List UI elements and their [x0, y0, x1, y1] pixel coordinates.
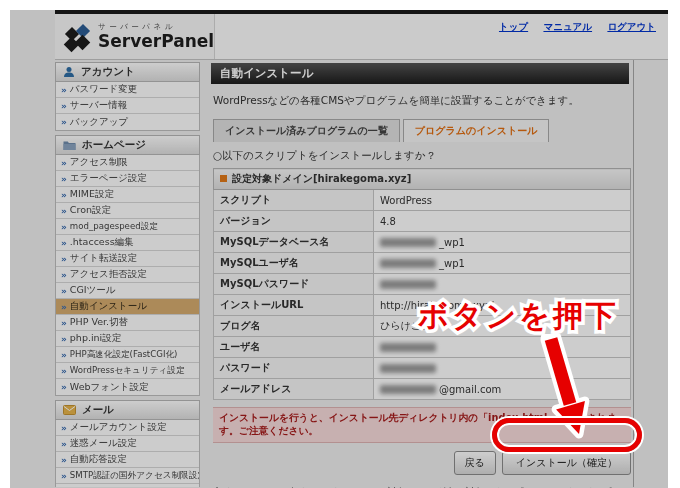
arrow-icon	[61, 270, 67, 280]
sidebar-item[interactable]: Webフォント設定	[56, 379, 199, 395]
sidebar-item[interactable]: パスワード変更	[56, 82, 199, 98]
sidebar-item[interactable]: PHP高速化設定(FastCGI化)	[56, 347, 199, 363]
sidebar-item[interactable]: WordPressセキュリティ設定	[56, 363, 199, 379]
row-label: MySQLユーザ名	[214, 253, 374, 274]
sidebar-item-label: メールの振り分け	[70, 486, 147, 488]
arrow-icon	[61, 334, 67, 344]
panel-body: アカウント パスワード変更サーバー情報バックアップ ホームページ アクセス制限エ…	[55, 60, 668, 487]
sidebar-section-account: アカウント	[55, 62, 200, 82]
user-icon	[63, 66, 75, 78]
row-value	[374, 358, 631, 379]
sidebar-item-label: バックアップ	[70, 116, 128, 129]
orange-square-icon	[220, 175, 227, 182]
warning-message: インストールを行うと、インストール先ディレクトリ内の「index.html」が削…	[213, 407, 631, 443]
arrow-icon	[61, 318, 67, 328]
sidebar-item[interactable]: アクセス制限	[56, 155, 199, 171]
arrow-icon	[61, 158, 67, 168]
table-row: ユーザ名	[214, 337, 631, 358]
arrow-icon	[61, 85, 67, 95]
sidebar-item[interactable]: Cron設定	[56, 203, 199, 219]
sidebar-item-label: PHP高速化設定(FastCGI化)	[70, 349, 178, 361]
sidebar-item-label: CGIツール	[70, 284, 116, 297]
button-row: 戻る インストール（確定）	[211, 451, 631, 475]
table-row: バージョン4.8	[214, 211, 631, 232]
install-confirm-button[interactable]: インストール（確定）	[502, 451, 631, 475]
nav-link-top[interactable]: トップ	[499, 21, 528, 32]
arrow-icon	[61, 302, 67, 312]
row-label: MySQLパスワード	[214, 274, 374, 295]
redacted-value	[380, 343, 436, 352]
row-value	[374, 274, 631, 295]
arrow-icon	[61, 206, 67, 216]
table-row: パスワード	[214, 358, 631, 379]
sidebar-item[interactable]: 自動応答設定	[56, 452, 199, 468]
sidebar-item-label: メールアカウント設定	[70, 421, 167, 434]
sidebar-item[interactable]: .htaccess編集	[56, 235, 199, 251]
sidebar-item[interactable]: メールの振り分け	[56, 484, 199, 487]
sidebar-item[interactable]: サーバー情報	[56, 98, 199, 114]
sidebar-item-label: PHP Ver.切替	[70, 316, 128, 329]
row-value	[374, 337, 631, 358]
page-title: 自動インストール	[211, 63, 629, 84]
arrow-icon	[61, 254, 67, 264]
sidebar-item-label: Cron設定	[70, 204, 111, 217]
sidebar-item[interactable]: バックアップ	[56, 114, 199, 130]
server-panel: サーバーパネル ServerPanel トップ マニュアル ログアウト	[55, 10, 668, 488]
sidebar-item[interactable]: メールアカウント設定	[56, 420, 199, 436]
table-row: インストールURLhttp://hirakegoma.xyz/	[214, 295, 631, 316]
table-row: MySQLデータベース名_wp1	[214, 232, 631, 253]
nav-link-manual[interactable]: マニュアル	[543, 21, 592, 32]
sidebar-item[interactable]: PHP Ver.切替	[56, 315, 199, 331]
back-button[interactable]: 戻る	[454, 451, 496, 475]
arrow-icon	[61, 101, 67, 111]
arrow-icon	[61, 382, 67, 392]
panel-header: サーバーパネル ServerPanel トップ マニュアル ログアウト	[55, 10, 668, 60]
server-panel-logo: サーバーパネル ServerPanel	[55, 14, 215, 59]
arrow-icon	[61, 439, 67, 449]
sidebar-item[interactable]: 迷惑メール設定	[56, 436, 199, 452]
arrow-icon	[61, 117, 67, 127]
row-value: ひらけごま	[374, 316, 631, 337]
tab-install-program[interactable]: プログラムのインストール	[403, 119, 550, 142]
screenshot-page: サーバーパネル ServerPanel トップ マニュアル ログアウト	[0, 0, 680, 488]
arrow-icon	[61, 350, 67, 360]
sidebar-item[interactable]: エラーページ設定	[56, 171, 199, 187]
arrow-icon	[61, 190, 67, 200]
sidebar-item[interactable]: サイト転送設定	[56, 251, 199, 267]
row-value: @gmail.com	[374, 379, 631, 400]
table-row: MySQLユーザ名_wp1	[214, 253, 631, 274]
sidebar-homepage-items: アクセス制限エラーページ設定MIME設定Cron設定mod_pagespeed設…	[55, 155, 200, 396]
arrow-icon	[61, 174, 67, 184]
sidebar-item-label: サーバー情報	[70, 99, 127, 112]
arrow-icon	[61, 471, 67, 481]
sidebar: アカウント パスワード変更サーバー情報バックアップ ホームページ アクセス制限エ…	[55, 60, 200, 487]
sidebar-item[interactable]: CGIツール	[56, 283, 199, 299]
sidebar-item-auto-install[interactable]: 自動インストール	[56, 299, 199, 315]
sidebar-item[interactable]: php.ini設定	[56, 331, 199, 347]
table-row: スクリプトWordPress	[214, 190, 631, 211]
sidebar-item[interactable]: MIME設定	[56, 187, 199, 203]
arrow-icon	[61, 366, 67, 376]
header-nav: トップ マニュアル ログアウト	[487, 14, 668, 59]
sidebar-item-label: 自動インストール	[70, 300, 147, 313]
sidebar-item-label: MIME設定	[70, 188, 114, 201]
sidebar-item-label: サイト転送設定	[70, 252, 137, 265]
sidebar-item[interactable]: SMTP認証の国外アクセス制限設定	[56, 468, 199, 484]
mail-icon	[63, 405, 76, 415]
server-panel-screenshot: サーバーパネル ServerPanel トップ マニュアル ログアウト	[10, 10, 668, 488]
row-label: インストールURL	[214, 295, 374, 316]
sidebar-account-items: パスワード変更サーバー情報バックアップ	[55, 82, 200, 131]
arrow-icon	[61, 455, 67, 465]
redacted-value	[380, 238, 436, 247]
tab-installed-programs[interactable]: インストール済みプログラムの一覧	[213, 119, 400, 142]
sidebar-item[interactable]: mod_pagespeed設定	[56, 219, 199, 235]
sidebar-item[interactable]: アクセス拒否設定	[56, 267, 199, 283]
sidebar-item-label: 自動応答設定	[70, 453, 127, 466]
row-value: _wp1	[374, 232, 631, 253]
sidebar-item-label: Webフォント設定	[70, 381, 149, 394]
sidebar-section-homepage: ホームページ	[55, 135, 200, 155]
sidebar-item-label: SMTP認証の国外アクセス制限設定	[70, 470, 199, 482]
row-label: MySQLデータベース名	[214, 232, 374, 253]
nav-link-logout[interactable]: ログアウト	[607, 21, 656, 32]
row-label: バージョン	[214, 211, 374, 232]
